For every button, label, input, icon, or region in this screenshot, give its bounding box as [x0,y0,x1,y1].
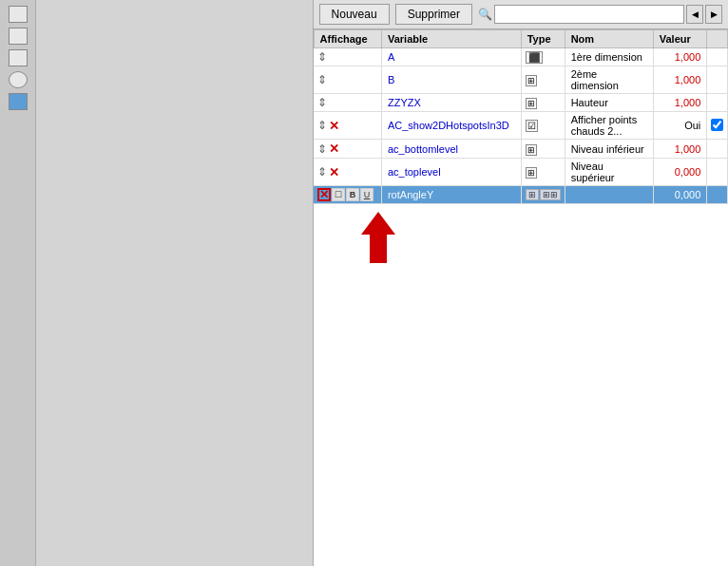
extra-cell-4 [707,140,728,159]
nom-cell-2: Hauteur [565,94,653,112]
search-input[interactable] [494,5,684,24]
extra-cell-1 [707,66,728,94]
type-cell-5: ⊞ [521,159,565,186]
nom-cell-1: 2ème dimension [565,66,653,94]
search-next-button[interactable]: ▶ [705,5,722,24]
table-row[interactable]: ⇕ ✕ AC_show2DHotspotsIn3D ☑ Afficher poi… [314,112,727,140]
table-row[interactable]: ⇕ ZZYZX ⊞ Hauteur 1,000 [314,94,727,112]
valeur-cell-1[interactable]: 1,000 [653,66,707,94]
variable-cell-5[interactable]: ac_toplevel [381,159,521,186]
variable-cell-6[interactable]: rotAngleY [381,186,521,204]
checkbox-cell-3[interactable] [707,112,728,140]
affichage-cell-6: ✕ ☐ B U [314,186,381,204]
type-cell-2: ⊞ [521,94,565,112]
affichage-cell-0: ⇕ [314,48,381,66]
affichage-cell-5: ⇕ ✕ [314,159,381,186]
icon-square-1 [9,6,28,23]
col-extra [707,30,728,48]
valeur-cell-4[interactable]: 1,000 [653,140,707,159]
valeur-cell-2[interactable]: 1,000 [653,94,707,112]
row-checkbox-3[interactable] [711,119,723,131]
annotation-arrow [361,212,395,263]
nom-cell-3: Afficher points chauds 2... [565,112,653,140]
valeur-cell-6[interactable]: 0,000 [653,186,707,204]
valeur-cell-3[interactable]: Oui [653,112,707,140]
supprimer-button[interactable]: Supprimer [395,4,472,25]
table-row[interactable]: ⇕ ✕ ac_bottomlevel ⊞ Niveau inférieur 1,… [314,140,727,159]
affichage-cell-1: ⇕ [314,66,381,94]
table-row[interactable]: ⇕ B ⊞ 2ème dimension 1,000 [314,66,727,94]
icon-circle [9,71,28,88]
variable-cell-0[interactable]: A [381,48,521,66]
type-cell-6: ⊞ ⊞⊞ [521,186,565,204]
extra-cell-6 [707,186,728,204]
affichage-cell-2: ⇕ [314,94,381,112]
icon-square-2 [9,28,28,45]
affichage-cell-4: ⇕ ✕ [314,140,381,159]
icon-square-3 [9,49,28,66]
extra-cell-2 [707,94,728,112]
variable-cell-3[interactable]: AC_show2DHotspotsIn3D [381,112,521,140]
type-cell-1: ⊞ [521,66,565,94]
nouveau-button[interactable]: Nouveau [319,4,390,25]
affichage-cell-3: ⇕ ✕ [314,112,381,140]
col-valeur: Valeur [653,30,707,48]
nom-cell-6 [565,186,653,204]
table-row[interactable]: ✕ ☐ B U rotAngleY ⊞ ⊞⊞ 0,000 [314,186,727,204]
nom-cell-4: Niveau inférieur [565,140,653,159]
table-row[interactable]: ⇕ ✕ ac_toplevel ⊞ Niveau supérieur 0,000 [314,159,727,186]
valeur-cell-5[interactable]: 0,000 [653,159,707,186]
variable-cell-1[interactable]: B [381,66,521,94]
col-type: Type [521,30,565,48]
nom-cell-5: Niveau supérieur [565,159,653,186]
col-affichage: Affichage [314,30,381,48]
extra-cell-0 [707,48,728,66]
variable-cell-2[interactable]: ZZYZX [381,94,521,112]
col-nom: Nom [565,30,653,48]
type-cell-4: ⊞ [521,140,565,159]
table-row[interactable]: ⇕ A ⬛ 1ère dimension 1,000 [314,48,727,66]
col-variable: Variable [381,30,521,48]
icon-active [9,93,28,110]
variable-cell-4[interactable]: ac_bottomlevel [381,140,521,159]
extra-cell-5 [707,159,728,186]
search-icon: 🔍 [478,8,492,21]
type-cell-0: ⬛ [521,48,565,66]
nom-cell-0: 1ère dimension [565,48,653,66]
type-cell-3: ☑ [521,112,565,140]
search-prev-button[interactable]: ◀ [686,5,703,24]
valeur-cell-0[interactable]: 1,000 [653,48,707,66]
